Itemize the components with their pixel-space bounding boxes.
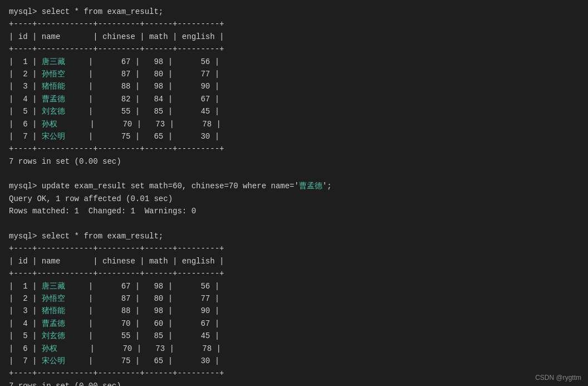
table1-row2: | 2 | 孙悟空 | 87 | 80 | 77 | <box>9 68 579 80</box>
update-statement: mysql> update exam_result set math=60, c… <box>9 180 579 192</box>
line-22: +----+------------+---------+------+----… <box>9 267 579 280</box>
line-31: 7 rows in set (0.00 sec) <box>9 380 579 386</box>
table1-row7: | 7 | 宋公明 | 75 | 65 | 30 | <box>9 130 579 143</box>
table1-row1: | 1 | 唐三藏 | 67 | 98 | 56 | <box>9 56 579 68</box>
table2-row5: | 5 | 刘玄德 | 55 | 85 | 45 | <box>9 330 579 342</box>
line-1: mysql> select * from exam_result; <box>9 6 579 18</box>
table2-row2: | 2 | 孙悟空 | 87 | 80 | 77 | <box>9 292 579 305</box>
footer-credit: CSDN @rygttm <box>535 374 581 382</box>
terminal-output: mysql> select * from exam_result; +----+… <box>9 6 579 386</box>
table1-row5: | 5 | 刘玄德 | 55 | 85 | 45 | <box>9 105 579 118</box>
line-4: +----+------------+---------+------+----… <box>9 43 579 55</box>
line-19: mysql> select * from exam_result; <box>9 230 579 242</box>
query-ok: Query OK, 1 row affected (0.01 sec) <box>9 193 579 205</box>
line-2: +----+------------+---------+------+----… <box>9 18 579 30</box>
table1-row4: | 4 | 曹孟德 | 82 | 84 | 67 | <box>9 93 579 105</box>
line-12: +----+------------+---------+------+----… <box>9 143 579 155</box>
table2-row3: | 3 | 猪悟能 | 88 | 98 | 90 | <box>9 305 579 317</box>
table2-row6: | 6 | 孙权 | 70 | 73 | 78 | <box>9 343 579 355</box>
table1-row3: | 3 | 猪悟能 | 88 | 98 | 90 | <box>9 80 579 92</box>
table1-row6: | 6 | 孙权 | 70 | 73 | 78 | <box>9 118 579 130</box>
line-30: +----+------------+---------+------+----… <box>9 367 579 379</box>
line-3: | id | name | chinese | math | english | <box>9 31 579 43</box>
line-21: | id | name | chinese | math | english | <box>9 255 579 267</box>
line-13: 7 rows in set (0.00 sec) <box>9 155 579 168</box>
line-20: +----+------------+---------+------+----… <box>9 242 579 255</box>
prompt-text: mysql> select * from exam_result; <box>9 7 163 16</box>
table2-row4: | 4 | 曹孟德 | 70 | 60 | 67 | <box>9 317 579 330</box>
table2-row7: | 7 | 宋公明 | 75 | 65 | 30 | <box>9 355 579 367</box>
table2-row1: | 1 | 唐三藏 | 67 | 98 | 56 | <box>9 280 579 292</box>
blank-1 <box>9 168 579 180</box>
rows-matched: Rows matched: 1 Changed: 1 Warnings: 0 <box>9 205 579 217</box>
blank-2 <box>9 218 579 230</box>
